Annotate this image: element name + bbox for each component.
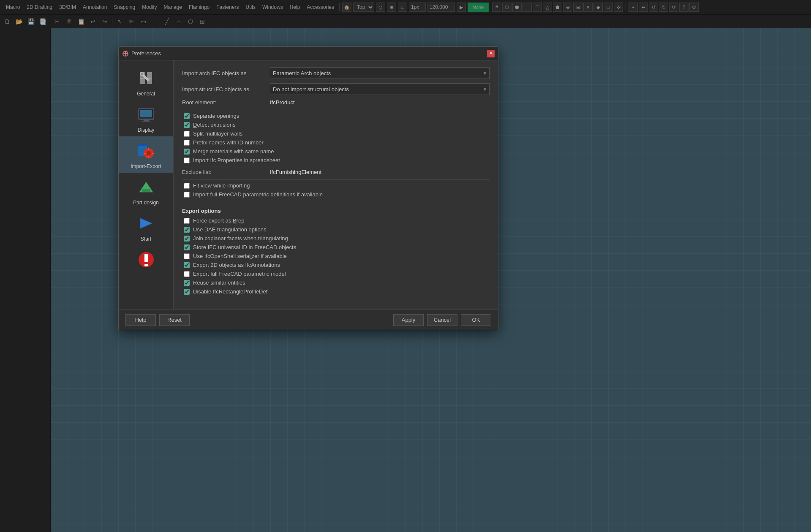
help-button[interactable]: Help <box>125 314 156 326</box>
checkbox-export-2d: Export 2D objects as IfcAnnotations <box>182 262 490 268</box>
import-struct-row: Import struct IFC objects as Do not impo… <box>182 83 490 95</box>
part-design-icon <box>135 176 157 198</box>
svg-rect-11 <box>140 110 152 117</box>
display-icon <box>135 103 157 125</box>
dialog-title-left: Preferences <box>122 50 161 57</box>
dialog-close-button[interactable]: ✕ <box>487 50 495 57</box>
reset-button[interactable]: Reset <box>159 314 190 326</box>
checkbox-join-coplanar: Join coplanar facets when triangulating <box>182 235 490 242</box>
checkbox-fit-view: Fit view while importing <box>182 182 490 189</box>
detect-extrusions-label: Detect extrusions <box>193 122 235 128</box>
export-2d-checkbox[interactable] <box>184 262 190 268</box>
apply-button[interactable]: Apply <box>393 314 424 326</box>
sidebar-item-display[interactable]: Display <box>119 100 173 136</box>
import-struct-dropdown[interactable]: Do not import structural objects <box>270 83 490 95</box>
part-design-label: Part design <box>133 200 159 206</box>
import-ifc-props-label: Import Ifc Properties in spreadsheet <box>193 157 280 163</box>
use-ifcopenShell-label: Use IfcOpenShell serializer if available <box>193 253 287 259</box>
use-dae-triangulation-checkbox[interactable] <box>184 227 190 233</box>
svg-point-15 <box>147 151 151 155</box>
split-multilayer-checkbox[interactable] <box>184 131 190 137</box>
import-export-label: Import-Export <box>131 163 161 169</box>
checkbox-prefix-names: Prefix names with ID number <box>182 139 490 146</box>
checkbox-merge-materials: Merge materials with same name <box>182 148 490 155</box>
checkbox-split-multilayer: Split multilayer walls <box>182 130 490 137</box>
store-ifc-universal-label: Store IFC universal ID in FreeCAD object… <box>193 244 296 250</box>
checkbox-separate-openings: Separate openings <box>182 113 490 119</box>
import-full-checkbox[interactable] <box>184 192 190 198</box>
merge-materials-label: Merge materials with same name <box>193 148 274 155</box>
preferences-dialog: Preferences ✕ <box>118 46 498 330</box>
join-coplanar-label: Join coplanar facets when triangulating <box>193 235 288 242</box>
general-label: General <box>137 91 155 97</box>
sidebar-item-general[interactable]: General <box>119 64 173 100</box>
checkbox-import-full: Import full FreeCAD parametric definitio… <box>182 191 490 198</box>
footer-right: Apply Cancel OK <box>393 314 491 326</box>
import-full-label: Import full FreeCAD parametric definitio… <box>193 191 323 198</box>
divider1 <box>182 110 490 110</box>
force-export-brep-checkbox[interactable] <box>184 218 190 224</box>
exclude-row: Exclude list: IfcFurnishingElement <box>182 169 490 175</box>
dialog-content: Import arch IFC objects as Parametric Ar… <box>174 60 498 309</box>
checkbox-export-full-freecad: Export full FreeCAD parametric model <box>182 271 490 277</box>
checkbox-use-ifcopenShell: Use IfcOpenShell serializer if available <box>182 253 490 259</box>
dialog-body: General Display <box>119 60 498 309</box>
sidebar-item-extra[interactable] <box>119 245 173 274</box>
exclude-label: Exclude list: <box>182 169 267 175</box>
divider2 <box>182 166 490 166</box>
svg-rect-21 <box>142 189 150 192</box>
sidebar-item-import-export[interactable]: Import-Export <box>119 136 173 173</box>
import-arch-row: Import arch IFC objects as Parametric Ar… <box>182 67 490 79</box>
svg-rect-25 <box>144 264 148 266</box>
reuse-similar-checkbox[interactable] <box>184 280 190 286</box>
disable-ifc-rect-checkbox[interactable] <box>184 289 190 295</box>
checkbox-force-export-brep: Force export as Brep <box>182 217 490 224</box>
checkbox-reuse-similar: Reuse similar entities <box>182 280 490 286</box>
display-label: Display <box>138 127 154 133</box>
svg-rect-24 <box>144 254 148 262</box>
ok-button[interactable]: OK <box>461 314 491 326</box>
store-ifc-universal-checkbox[interactable] <box>184 244 190 250</box>
svg-marker-22 <box>140 218 152 228</box>
import-struct-dropdown-wrapper: Do not import structural objects ▼ <box>270 83 490 95</box>
checkbox-detect-extrusions: Detect extrusions <box>182 122 490 128</box>
import-arch-dropdown-wrapper: Parametric Arch objects ▼ <box>270 67 490 79</box>
svg-rect-13 <box>138 144 147 146</box>
separate-openings-checkbox[interactable] <box>184 113 190 119</box>
dialog-title-text: Preferences <box>131 50 161 57</box>
export-full-freecad-label: Export full FreeCAD parametric model <box>193 271 286 277</box>
checkbox-disable-ifc-rect: Disable IfcRectangleProfileDef <box>182 288 490 295</box>
start-icon <box>135 212 157 234</box>
export-full-freecad-checkbox[interactable] <box>184 271 190 277</box>
dialog-titlebar: Preferences ✕ <box>119 47 498 60</box>
dialog-footer: Help Reset Apply Cancel OK <box>119 309 498 330</box>
import-arch-dropdown[interactable]: Parametric Arch objects <box>270 67 490 79</box>
export-2d-label: Export 2D objects as IfcAnnotations <box>193 262 280 268</box>
export-section-header: Export options <box>182 208 490 214</box>
checkbox-import-ifc-props: Import Ifc Properties in spreadsheet <box>182 157 490 163</box>
divider3 <box>182 179 490 180</box>
join-coplanar-checkbox[interactable] <box>184 236 190 242</box>
checkbox-use-dae-triangulation: Use DAE triangulation options <box>182 226 490 233</box>
import-struct-label: Import struct IFC objects as <box>182 86 267 92</box>
use-dae-triangulation-label: Use DAE triangulation options <box>193 226 266 233</box>
checkbox-store-ifc-universal: Store IFC universal ID in FreeCAD object… <box>182 244 490 250</box>
footer-left: Help Reset <box>125 314 190 326</box>
use-ifcopenShell-checkbox[interactable] <box>184 253 190 259</box>
exclude-value: IfcFurnishingElement <box>270 169 321 175</box>
import-ifc-props-checkbox[interactable] <box>184 157 190 163</box>
svg-rect-19 <box>152 153 154 154</box>
root-element-row: Root element: IfcProduct <box>182 99 490 106</box>
prefix-names-checkbox[interactable] <box>184 140 190 146</box>
extra-icon <box>135 249 157 271</box>
reuse-similar-label: Reuse similar entities <box>193 280 245 286</box>
fit-view-checkbox[interactable] <box>184 183 190 189</box>
sidebar-item-start[interactable]: Start <box>119 209 173 245</box>
sidebar-item-part-design[interactable]: Part design <box>119 173 173 209</box>
general-icon <box>135 67 157 89</box>
merge-materials-checkbox[interactable] <box>184 149 190 155</box>
detect-extrusions-checkbox[interactable] <box>184 122 190 128</box>
root-element-label: Root element: <box>182 99 267 106</box>
svg-rect-18 <box>144 153 146 154</box>
cancel-button[interactable]: Cancel <box>427 314 457 326</box>
